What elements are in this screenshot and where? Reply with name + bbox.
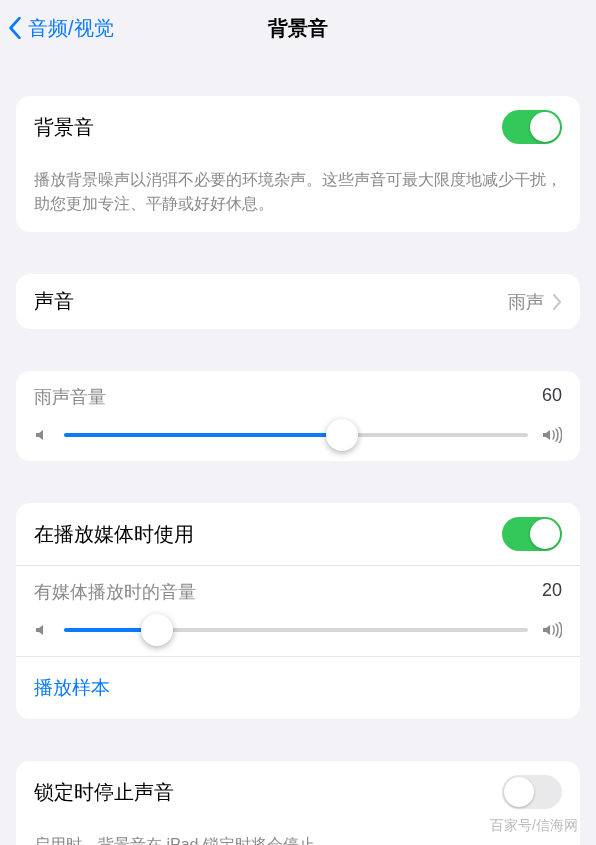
speaker-low-icon (34, 622, 50, 638)
rain-volume-slider[interactable] (34, 427, 562, 443)
speaker-high-icon (542, 622, 562, 638)
sound-choice-row[interactable]: 声音 雨声 (16, 274, 580, 329)
background-sound-label: 背景音 (34, 114, 94, 141)
navbar: 音频/视觉 背景音 (0, 0, 596, 56)
stop-on-lock-switch[interactable] (502, 775, 562, 809)
page-title: 背景音 (268, 15, 328, 42)
slider-track[interactable] (64, 433, 528, 437)
slider-track[interactable] (64, 628, 528, 632)
stop-on-lock-note: 启用时，背景音在 iPad 锁定时将会停止。 (16, 823, 580, 845)
media-volume-value: 20 (542, 580, 562, 604)
back-button[interactable]: 音频/视觉 (8, 15, 114, 42)
use-with-media-switch[interactable] (502, 517, 562, 551)
play-sample-link[interactable]: 播放样本 (34, 677, 110, 698)
use-with-media-label: 在播放媒体时使用 (34, 521, 194, 548)
sound-choice-group: 声音 雨声 (16, 274, 580, 329)
background-sound-note: 播放背景噪声以消弭不必要的环境杂声。这些声音可最大限度地减少干扰，助您更加专注、… (16, 158, 580, 232)
stop-on-lock-label: 锁定时停止声音 (34, 779, 174, 806)
rain-volume-label: 雨声音量 (34, 385, 106, 409)
media-volume-slider[interactable] (34, 622, 562, 638)
rain-volume-value: 60 (542, 385, 562, 409)
speaker-low-icon (34, 427, 50, 443)
slider-thumb[interactable] (326, 419, 358, 451)
slider-thumb[interactable] (141, 614, 173, 646)
use-with-media-row: 在播放媒体时使用 (16, 503, 580, 565)
stop-on-lock-group: 锁定时停止声音 启用时，背景音在 iPad 锁定时将会停止。 (16, 761, 580, 845)
media-volume-label: 有媒体播放时的音量 (34, 580, 196, 604)
chevron-right-icon (552, 294, 562, 310)
media-group: 在播放媒体时使用 有媒体播放时的音量 20 播放样 (16, 503, 580, 719)
background-sound-switch[interactable] (502, 110, 562, 144)
back-label: 音频/视觉 (28, 15, 114, 42)
speaker-high-icon (542, 427, 562, 443)
stop-on-lock-row: 锁定时停止声音 (16, 761, 580, 823)
sound-choice-value: 雨声 (508, 290, 544, 314)
background-sound-group: 背景音 播放背景噪声以消弭不必要的环境杂声。这些声音可最大限度地减少干扰，助您更… (16, 96, 580, 232)
rain-volume-group: 雨声音量 60 (16, 371, 580, 461)
chevron-left-icon (8, 17, 22, 39)
sound-choice-label: 声音 (34, 288, 74, 315)
background-sound-row: 背景音 (16, 96, 580, 158)
